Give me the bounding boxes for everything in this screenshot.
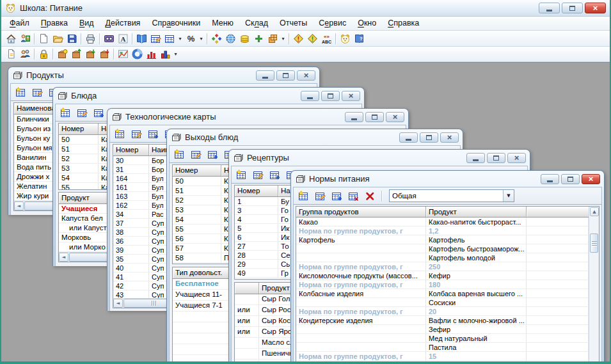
grid-row[interactable]: Крупы, бобовыеГеркулес (296, 361, 589, 361)
grid-row[interactable]: Норма по группе продуктов, г180 (296, 280, 589, 289)
restore-button[interactable] (321, 91, 340, 101)
grid-row[interactable]: Кондитерские изделияВафли с молочно-жиро… (296, 316, 589, 325)
menu-item[interactable]: Файл (4, 17, 35, 29)
window-titlebar[interactable]: Выходы блюд × (169, 129, 461, 145)
record-new-icon[interactable] (234, 168, 248, 182)
percent-dropdown-arrow[interactable]: ▾ (198, 32, 205, 45)
user-catalog-icon[interactable] (18, 32, 32, 45)
column-header[interactable]: Номер (173, 165, 221, 176)
box-down-icon[interactable] (83, 47, 97, 61)
combobox-dropdown-button[interactable]: ▼ (503, 190, 514, 202)
grid-row[interactable]: Норма по группе продуктов, г15 (296, 352, 589, 361)
minimize-button[interactable] (345, 112, 363, 122)
vertical-scrollbar[interactable]: ▲ (589, 207, 599, 361)
menu-item[interactable]: Справка (382, 17, 425, 29)
column-header[interactable]: Продукт (426, 207, 527, 217)
minimize-button[interactable] (301, 91, 319, 101)
box-coin-icon[interactable] (55, 47, 69, 61)
record-new-icon[interactable] (58, 106, 72, 120)
menu-item[interactable]: Склад (239, 17, 274, 29)
scroll-left-button[interactable]: ◄ (113, 299, 123, 308)
bar-chart-3d-dropdown-arrow[interactable]: ▾ (172, 47, 179, 61)
restore-button[interactable] (487, 153, 505, 163)
record-edit-icon[interactable] (75, 106, 89, 120)
diamond-green-icon[interactable]: ! (305, 32, 319, 45)
grid-row[interactable]: КартофельКартофель (296, 235, 589, 244)
bar-chart-3d-icon[interactable] (158, 47, 172, 61)
record-edit-icon[interactable] (129, 127, 143, 141)
grid-row[interactable]: Сосиски (296, 298, 589, 307)
globe-icon[interactable] (223, 32, 237, 45)
grid-row[interactable]: Норма по группе продуктов, г20 (296, 307, 589, 316)
record-new-icon[interactable] (113, 127, 127, 141)
window-titlebar[interactable]: Продукты × (10, 67, 317, 83)
column-header[interactable]: Номер (113, 145, 149, 155)
column-header[interactable]: Номер (235, 186, 278, 196)
box-red-icon[interactable] (97, 47, 111, 61)
grid-row[interactable]: Кисломолочные продукты (массов...Кефир (296, 271, 589, 280)
maximize-button[interactable] (562, 3, 583, 13)
restore-button[interactable] (420, 132, 438, 143)
record-new-icon[interactable] (296, 189, 310, 203)
restore-button[interactable] (365, 112, 384, 122)
save-icon[interactable] (65, 32, 79, 45)
window-titlebar[interactable]: Нормы питания × (293, 171, 602, 187)
record-add-icon[interactable] (91, 106, 106, 120)
sparkle-icon[interactable] (209, 32, 223, 45)
grid-row[interactable]: Колбасные изделияКолбаса вареная высшего… (296, 289, 589, 298)
book-icon[interactable] (134, 32, 148, 45)
close-button[interactable]: × (297, 70, 315, 81)
menu-item[interactable]: Правка (35, 17, 74, 29)
close-button[interactable]: × (507, 153, 526, 163)
diamond-red-icon[interactable]: ! (291, 32, 305, 45)
delete-x-icon[interactable] (363, 189, 377, 203)
menu-item[interactable]: Справочники (146, 17, 206, 29)
grid-row[interactable]: КакаоКакао-напиток быстрораст... (296, 218, 589, 226)
close-button[interactable]: × (582, 174, 600, 184)
boxes-icon[interactable] (266, 32, 280, 45)
close-button[interactable]: × (585, 3, 606, 13)
grid-row[interactable]: Зефир (296, 325, 589, 334)
scrollbar-thumb[interactable] (590, 233, 598, 253)
record-new-icon[interactable] (13, 86, 28, 99)
window-titlebar[interactable]: Технологические карты × (109, 109, 406, 125)
window-titlebar[interactable]: Рецептуры × (231, 150, 528, 166)
menu-item[interactable]: Сервис (313, 17, 352, 29)
close-button[interactable]: × (342, 91, 360, 101)
open-folder-icon[interactable] (51, 32, 65, 45)
column-header[interactable]: Группа продуктов (296, 207, 426, 217)
help-book-icon[interactable]: ? (352, 32, 366, 45)
scroll-left-button[interactable]: ◄ (14, 202, 24, 210)
table-grid-icon[interactable] (163, 32, 177, 45)
grid-row[interactable]: Пастила (296, 343, 589, 352)
column-header[interactable]: Номер (59, 123, 99, 134)
font-icon[interactable]: А (116, 32, 130, 45)
map-chart-icon[interactable] (116, 47, 130, 61)
table-edit-icon[interactable] (148, 32, 163, 45)
restore-button[interactable] (276, 70, 295, 81)
app-cup-icon[interactable] (338, 32, 352, 45)
donut-chart-icon[interactable] (130, 47, 144, 61)
grid-row[interactable]: Картофель быстрозаморож... (296, 244, 589, 253)
box-up-icon[interactable] (69, 47, 83, 61)
print-icon[interactable] (83, 32, 97, 45)
menu-item[interactable]: Окно (352, 17, 382, 29)
new-document-icon[interactable] (36, 32, 51, 45)
record-edit-icon[interactable] (251, 168, 265, 182)
minimize-button[interactable] (541, 174, 559, 184)
scroll-up-button[interactable]: ▲ (590, 207, 599, 216)
boxes-dropdown-arrow[interactable]: ▾ (280, 32, 287, 45)
minimize-button[interactable] (539, 3, 560, 13)
table-grid-dropdown-arrow[interactable]: ▾ (177, 32, 184, 45)
bar-chart-icon[interactable] (144, 47, 158, 61)
users-pair-icon[interactable] (18, 47, 32, 61)
find-book-icon[interactable] (102, 32, 116, 45)
plus-green-icon[interactable] (251, 32, 266, 45)
close-button[interactable]: × (386, 112, 404, 122)
percent-icon[interactable]: % (184, 32, 198, 45)
close-button[interactable]: × (440, 132, 459, 143)
minimize-button[interactable] (466, 153, 485, 163)
menu-item[interactable]: Действия (100, 17, 147, 29)
coins-icon[interactable] (237, 32, 251, 45)
record-new-icon[interactable] (172, 148, 186, 161)
